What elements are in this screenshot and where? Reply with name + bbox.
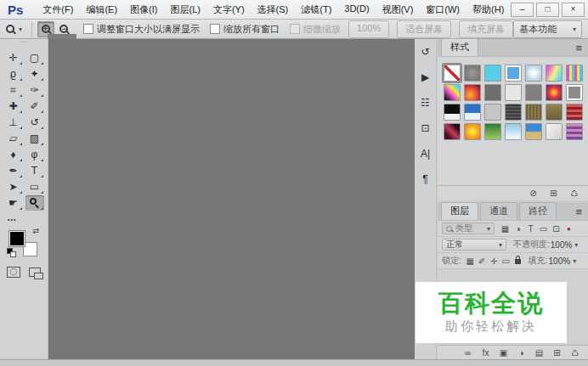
menu-filter[interactable]: 滤镜(T) <box>295 2 337 18</box>
blur-tool[interactable]: ♦ <box>4 147 23 162</box>
filter-toggle-icon[interactable]: ● <box>563 222 574 234</box>
checkbox-box[interactable] <box>210 24 220 34</box>
zoom-100-button[interactable]: 100% <box>348 20 389 38</box>
filter-shape-layers-icon[interactable]: ▭ <box>538 222 549 234</box>
layer-filter-type-select[interactable]: 类型 <box>442 222 495 234</box>
menu-type[interactable]: 文字(Y) <box>207 2 251 18</box>
menu-help[interactable]: 帮助(H) <box>466 2 510 18</box>
style-swatch[interactable] <box>444 104 461 121</box>
style-swatch[interactable] <box>525 65 542 82</box>
style-swatch[interactable] <box>525 84 542 101</box>
eyedropper-tool[interactable]: ✑ <box>25 82 44 98</box>
link-layers-icon[interactable]: ∞ <box>462 347 473 359</box>
tool-preset-picker[interactable] <box>6 25 27 33</box>
crop-tool[interactable]: ⌗ <box>4 82 23 98</box>
screen-mode-icon[interactable] <box>29 267 41 277</box>
style-swatch[interactable] <box>566 84 583 101</box>
menu-select[interactable]: 选择(S) <box>252 2 295 18</box>
style-swatch[interactable] <box>566 123 583 140</box>
actions-panel-icon[interactable]: ▶ <box>417 70 434 84</box>
menu-3d[interactable]: 3D(D) <box>338 2 375 18</box>
fit-screen-button[interactable]: 适合屏幕 <box>397 20 451 38</box>
style-swatch[interactable] <box>505 84 522 101</box>
new-group-icon[interactable]: ▤ <box>534 347 545 359</box>
close-button[interactable]: × <box>562 3 585 17</box>
opacity-control[interactable]: 不透明度: 100% <box>513 239 578 251</box>
foreground-color-swatch[interactable] <box>9 231 25 246</box>
panel-grip[interactable]: ¨¨ <box>0 42 48 47</box>
adjustment-layer-icon[interactable]: ◑ <box>516 347 527 359</box>
style-swatch[interactable] <box>505 123 522 140</box>
style-swatch[interactable] <box>525 104 542 121</box>
move-tool[interactable]: ✛ <box>4 50 23 65</box>
menu-layer[interactable]: 图层(L) <box>164 2 206 18</box>
style-swatch[interactable] <box>505 65 522 82</box>
lock-position-icon[interactable]: ✛ <box>489 255 500 267</box>
tab-styles[interactable]: 样式 <box>441 38 478 56</box>
delete-layer-icon[interactable]: ♺ <box>569 347 580 359</box>
swap-colors-icon[interactable]: ⇄ <box>32 227 39 235</box>
style-swatch[interactable] <box>464 65 481 82</box>
style-swatch[interactable] <box>546 84 563 101</box>
lock-paint-icon[interactable]: ✐ <box>477 255 488 267</box>
dodge-tool[interactable]: φ <box>25 147 44 162</box>
panel-menu-icon[interactable]: ≡ <box>569 42 588 56</box>
character-panel-icon[interactable]: A| <box>417 146 434 160</box>
menu-image[interactable]: 图像(I) <box>124 2 163 18</box>
adjustments-panel-icon[interactable]: ☷ <box>417 95 434 110</box>
style-swatch[interactable] <box>546 65 563 82</box>
edit-toolbar-button[interactable]: ••• <box>8 217 48 222</box>
eraser-tool[interactable]: ▱ <box>4 131 23 146</box>
canvas-area[interactable] <box>48 39 415 360</box>
layer-effects-icon[interactable]: fx <box>480 347 491 359</box>
paragraph-panel-icon[interactable]: ¶ <box>417 172 434 186</box>
maximize-button[interactable]: □ <box>536 3 559 17</box>
workspace-switcher[interactable]: 基本功能 <box>513 20 582 38</box>
minimize-button[interactable]: – <box>511 3 534 17</box>
tab-paths[interactable]: 路径 <box>519 202 557 220</box>
style-swatch[interactable] <box>464 123 481 140</box>
history-panel-icon[interactable]: ↺ <box>417 44 434 59</box>
fill-control[interactable]: 填充: 100% <box>529 255 576 267</box>
style-swatch[interactable] <box>566 104 583 121</box>
history-brush-tool[interactable]: ↺ <box>25 115 44 130</box>
new-style-button[interactable]: ⊞ <box>548 188 559 200</box>
zoom-all-windows-checkbox[interactable]: 缩放所有窗口 <box>210 23 280 36</box>
gradient-tool[interactable]: ▨ <box>25 131 44 146</box>
hand-tool[interactable]: ☛ <box>4 195 23 211</box>
fill-screen-button[interactable]: 填充屏幕 <box>459 20 513 38</box>
pen-tool[interactable]: ✒ <box>4 163 23 178</box>
menu-edit[interactable]: 编辑(E) <box>80 2 123 18</box>
style-swatch[interactable] <box>505 104 522 121</box>
style-swatch[interactable] <box>484 65 501 82</box>
style-swatch[interactable] <box>546 123 563 140</box>
type-tool[interactable]: T <box>25 163 44 178</box>
lock-artboard-icon[interactable]: ▭ <box>500 255 512 267</box>
style-swatch[interactable] <box>484 104 501 121</box>
background-color-swatch[interactable] <box>23 242 37 256</box>
clone-stamp-tool[interactable]: ⊥ <box>4 115 23 130</box>
lock-all-icon[interactable] <box>512 255 523 267</box>
checkbox-box[interactable] <box>290 24 300 34</box>
brush-tool[interactable]: ✐ <box>25 99 44 114</box>
rectangle-shape-tool[interactable]: ▭ <box>25 179 44 194</box>
magic-wand-tool[interactable]: ✦ <box>25 66 44 82</box>
zoom-tool[interactable] <box>25 195 44 211</box>
menu-view[interactable]: 视图(V) <box>376 2 420 18</box>
filter-pixel-layers-icon[interactable]: ▦ <box>500 222 511 234</box>
blend-mode-select[interactable]: 正常 <box>442 239 506 251</box>
panel-menu-icon[interactable]: ≡ <box>569 206 588 220</box>
menu-file[interactable]: 文件(F) <box>37 2 79 18</box>
style-swatch[interactable] <box>464 104 481 121</box>
clone-source-panel-icon[interactable]: ⊡ <box>417 121 434 135</box>
default-colors-icon[interactable] <box>7 248 16 257</box>
style-swatch[interactable] <box>444 84 461 101</box>
filter-smart-objects-icon[interactable]: ⊡ <box>551 222 562 234</box>
resize-windows-to-fit-checkbox[interactable]: 调整窗口大小以满屏显示 <box>83 23 200 36</box>
layer-mask-icon[interactable]: ▣ <box>498 347 509 359</box>
new-layer-icon[interactable]: ⊞ <box>551 347 563 359</box>
tab-layers[interactable]: 图层 <box>441 202 478 220</box>
style-swatch[interactable] <box>464 84 481 101</box>
checkbox-box[interactable] <box>83 24 93 34</box>
style-swatch[interactable] <box>484 123 501 140</box>
